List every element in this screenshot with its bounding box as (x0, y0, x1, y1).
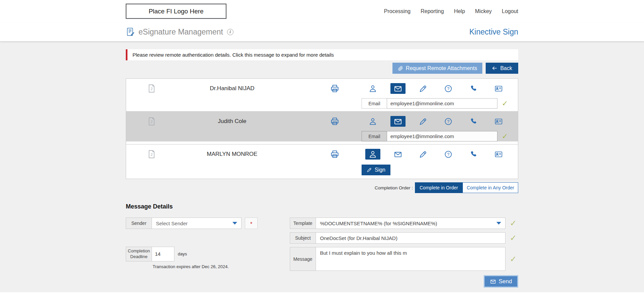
auth-method-bar (360, 83, 511, 94)
phone-icon (469, 117, 478, 126)
sign-button[interactable]: Sign (362, 165, 390, 175)
phone-icon (469, 84, 478, 93)
auth-method-email-button[interactable] (390, 149, 406, 160)
info-icon[interactable]: i (227, 29, 233, 35)
envelope-icon (394, 84, 402, 93)
signer-name: Judith Cole (182, 112, 282, 131)
envelope-icon (394, 150, 402, 159)
send-button[interactable]: Send (484, 275, 518, 288)
email-input[interactable] (387, 98, 497, 109)
id-card-icon (494, 117, 503, 126)
check-icon: ✓ (502, 133, 508, 140)
sender-selected-value: Select Sender (156, 221, 187, 226)
person-icon (369, 117, 377, 126)
completion-deadline-label: Completion Deadline (126, 247, 152, 261)
question-icon (444, 117, 452, 126)
nav-user-mickey[interactable]: Mickey (475, 8, 492, 14)
back-arrow-icon (492, 65, 497, 71)
main-area: Please review remote authentication deta… (0, 41, 644, 292)
auth-method-phone-button[interactable] (466, 149, 481, 160)
complete-in-any-order-button[interactable]: Complete in Any Order (463, 182, 518, 193)
send-label: Send (499, 278, 512, 285)
signature-pen-icon (419, 117, 427, 126)
question-icon (444, 84, 452, 93)
remote-auth-alert[interactable]: Please review remote authentication deta… (126, 49, 518, 60)
document-icon[interactable]: 2 (147, 84, 156, 93)
nav-logout[interactable]: Logout (502, 8, 518, 14)
auth-method-email-button[interactable] (390, 83, 406, 94)
nav-help[interactable]: Help (454, 8, 465, 14)
auth-method-question-button[interactable] (441, 149, 456, 160)
deadline-unit-label: days (178, 251, 187, 256)
printer-icon[interactable] (330, 84, 339, 93)
printer-icon[interactable] (330, 117, 339, 126)
id-card-icon (494, 84, 503, 93)
auth-method-signature-button[interactable] (416, 83, 431, 94)
sign-pen-icon (367, 167, 372, 173)
complete-in-order-button[interactable]: Complete in Order (415, 182, 463, 193)
document-count: 2 (147, 120, 156, 124)
request-remote-attachments-label: Request Remote Attachments (406, 65, 477, 71)
fi-logo-placeholder[interactable]: Place FI Logo Here (126, 4, 226, 19)
completion-order-label: Completion Order : (375, 185, 413, 190)
sender-select[interactable]: Select Sender (152, 218, 241, 229)
subject-input[interactable] (316, 232, 505, 244)
check-icon: ✓ (508, 218, 518, 229)
document-count: 2 (147, 153, 156, 157)
chevron-down-icon (496, 222, 501, 225)
message-textarea[interactable]: But I must explain to you how all this m (316, 247, 505, 271)
auth-method-question-button[interactable] (441, 116, 456, 127)
person-icon (369, 150, 377, 159)
signature-pen-icon (419, 150, 427, 159)
request-remote-attachments-button[interactable]: Request Remote Attachments (392, 63, 483, 74)
auth-method-in-person-button[interactable] (365, 116, 380, 127)
nav-processing[interactable]: Processing (384, 8, 411, 14)
back-label: Back (500, 65, 512, 71)
check-icon: ✓ (508, 247, 518, 271)
document-icon[interactable]: 2 (147, 149, 156, 159)
completion-deadline-input[interactable] (152, 247, 174, 261)
signer-row-2[interactable]: 2 Judith Cole Email (126, 111, 518, 141)
check-icon: ✓ (508, 232, 518, 244)
auth-method-id-button[interactable] (491, 116, 506, 127)
back-button[interactable]: Back (486, 63, 518, 74)
chevron-down-icon (232, 222, 237, 225)
email-label: Email (362, 98, 387, 109)
printer-icon[interactable] (330, 149, 339, 159)
auth-method-id-button[interactable] (491, 149, 506, 160)
top-nav: Processing Reporting Help Mickey Logout (384, 8, 518, 14)
expiry-note: Transaction expires after Dec 26, 2024. (153, 264, 290, 269)
nav-reporting[interactable]: Reporting (421, 8, 444, 14)
auth-method-signature-button[interactable] (416, 149, 431, 160)
template-label: Template (290, 218, 316, 229)
auth-method-in-person-button[interactable] (365, 149, 380, 160)
sign-label: Sign (375, 167, 385, 173)
signer-row-3[interactable]: 2 MARLYN MONROE (126, 144, 518, 175)
brand-kinective-sign: Kinective Sign (469, 27, 518, 37)
document-count: 2 (147, 87, 156, 91)
auth-method-question-button[interactable] (441, 83, 456, 94)
auth-method-id-button[interactable] (491, 83, 506, 94)
email-label: Email (362, 131, 387, 141)
required-marker: * (245, 218, 258, 229)
phone-icon (469, 150, 478, 159)
envelope-icon (394, 117, 402, 126)
person-icon (369, 84, 377, 93)
document-icon[interactable]: 2 (147, 117, 156, 126)
sender-label: Sender (126, 218, 152, 229)
auth-method-phone-button[interactable] (466, 83, 481, 94)
message-label: Message (290, 247, 316, 271)
auth-method-email-button[interactable] (390, 116, 406, 127)
message-details-heading: Message Details (126, 203, 518, 210)
signer-table: 2 Dr.Hanibal NIJAD Email (126, 78, 518, 179)
email-input[interactable] (387, 131, 497, 141)
signer-row-1[interactable]: 2 Dr.Hanibal NIJAD Email (126, 79, 518, 109)
auth-method-in-person-button[interactable] (365, 83, 380, 94)
page-header: eSignature Management i Kinective Sign (0, 22, 644, 41)
template-select[interactable]: %DOCUMENTSETNAME% (for %SIGNERNAME%) (316, 218, 505, 229)
auth-method-bar (360, 116, 511, 127)
top-bar: Place FI Logo Here Processing Reporting … (0, 0, 644, 22)
auth-method-signature-button[interactable] (416, 116, 431, 127)
auth-method-bar (360, 149, 511, 160)
auth-method-phone-button[interactable] (466, 116, 481, 127)
